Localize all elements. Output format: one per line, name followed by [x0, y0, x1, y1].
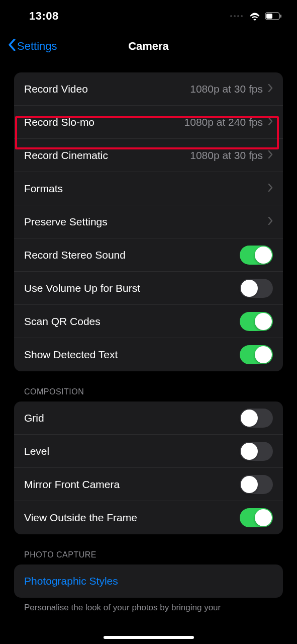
toggle-volume-burst[interactable]	[240, 279, 273, 298]
chevron-right-icon	[268, 150, 273, 160]
toggle-qr[interactable]	[240, 312, 273, 331]
row-grid[interactable]: Grid	[14, 401, 283, 435]
row-record-video[interactable]: Record Video 1080p at 30 fps	[14, 72, 283, 106]
toggle-stereo[interactable]	[240, 246, 273, 265]
row-label: Level	[24, 445, 240, 457]
cellular-dots-icon	[230, 15, 243, 17]
row-level[interactable]: Level	[14, 435, 283, 468]
toggle-outside-frame[interactable]	[240, 508, 273, 527]
row-label: Scan QR Codes	[24, 315, 240, 328]
section-header-composition: COMPOSITION	[24, 387, 283, 396]
row-mirror-front-camera[interactable]: Mirror Front Camera	[14, 468, 283, 501]
row-photographic-styles[interactable]: Photographic Styles	[14, 565, 283, 598]
row-label: Record Video	[24, 83, 190, 95]
row-label: Show Detected Text	[24, 349, 240, 361]
back-button[interactable]: Settings	[8, 39, 57, 54]
row-label: Photographic Styles	[24, 575, 273, 587]
settings-group-main: Record Video 1080p at 30 fps Record Slo-…	[14, 72, 283, 371]
chevron-right-icon	[268, 184, 273, 194]
svg-rect-2	[280, 15, 282, 18]
toggle-detected-text[interactable]	[240, 345, 273, 364]
row-label: Formats	[24, 183, 268, 195]
row-preserve-settings[interactable]: Preserve Settings	[14, 205, 283, 238]
status-bar: 13:08	[0, 0, 297, 32]
chevron-right-icon	[268, 117, 273, 127]
svg-rect-1	[266, 14, 272, 19]
row-value: 1080p at 240 fps	[184, 116, 263, 128]
back-label: Settings	[17, 40, 57, 53]
row-record-stereo-sound[interactable]: Record Stereo Sound	[14, 238, 283, 272]
row-label: Preserve Settings	[24, 216, 268, 228]
toggle-mirror[interactable]	[240, 475, 273, 494]
chevron-right-icon	[268, 84, 273, 94]
status-time: 13:08	[29, 10, 59, 23]
row-label: Record Stereo Sound	[24, 249, 240, 261]
wifi-icon	[249, 12, 261, 21]
settings-group-photo-capture: Photographic Styles	[14, 565, 283, 598]
row-show-detected-text[interactable]: Show Detected Text	[14, 338, 283, 371]
nav-bar: Settings Camera	[0, 32, 297, 60]
row-label: View Outside the Frame	[24, 512, 240, 524]
toggle-level[interactable]	[240, 442, 273, 461]
row-label: Record Slo-mo	[24, 116, 184, 128]
row-label: Record Cinematic	[24, 149, 190, 162]
row-view-outside-frame[interactable]: View Outside the Frame	[14, 501, 283, 534]
row-value: 1080p at 30 fps	[190, 149, 263, 162]
row-label: Use Volume Up for Burst	[24, 282, 240, 294]
row-record-slomo[interactable]: Record Slo-mo 1080p at 240 fps	[14, 106, 283, 139]
row-record-cinematic[interactable]: Record Cinematic 1080p at 30 fps	[14, 139, 283, 172]
row-volume-up-burst[interactable]: Use Volume Up for Burst	[14, 272, 283, 305]
row-scan-qr-codes[interactable]: Scan QR Codes	[14, 305, 283, 338]
row-formats[interactable]: Formats	[14, 172, 283, 205]
status-right	[230, 12, 282, 21]
settings-group-composition: Grid Level Mirror Front Camera View Outs…	[14, 401, 283, 534]
home-indicator	[104, 636, 194, 639]
row-value: 1080p at 30 fps	[190, 83, 263, 95]
section-header-photo-capture: PHOTO CAPTURE	[24, 550, 283, 559]
battery-icon	[265, 12, 282, 20]
chevron-right-icon	[268, 217, 273, 227]
footer-text: Personalise the look of your photos by b…	[24, 603, 273, 613]
chevron-left-icon	[8, 39, 16, 54]
toggle-grid[interactable]	[240, 409, 273, 428]
row-label: Mirror Front Camera	[24, 478, 240, 491]
row-label: Grid	[24, 412, 240, 424]
